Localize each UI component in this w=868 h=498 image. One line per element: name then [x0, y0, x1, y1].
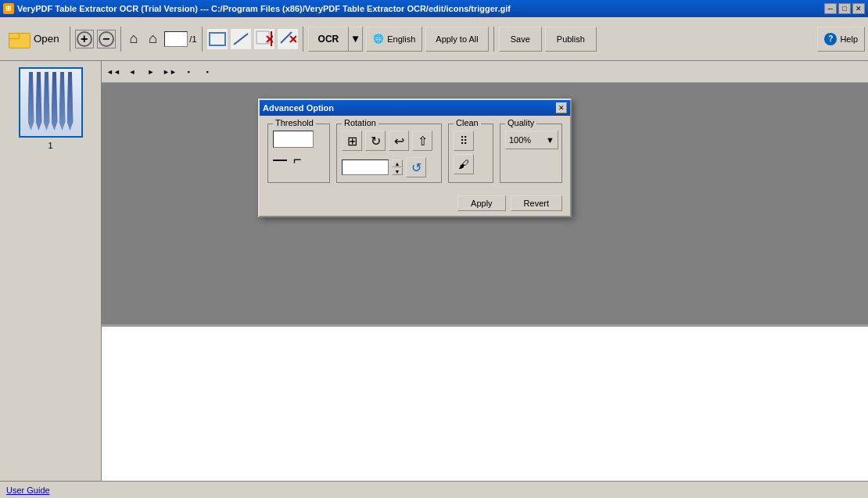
rotate-cw-button[interactable]: ↻ [365, 131, 386, 151]
delete-tool-2[interactable] [278, 29, 298, 49]
apply-to-all-button[interactable]: Apply to All [425, 27, 488, 52]
language-button[interactable]: 🌐 English [366, 27, 422, 52]
dropdown-arrow-icon: ▼ [350, 33, 360, 45]
quality-select[interactable]: 100% ▼ [505, 131, 558, 149]
sec-btn-3[interactable]: ► [142, 64, 160, 80]
apply-button[interactable]: Apply [457, 195, 506, 211]
zoom-in-button[interactable]: + [75, 30, 94, 48]
help-label: Help [840, 34, 858, 44]
line-icon [232, 32, 249, 46]
thumbnail-content [20, 69, 81, 136]
rotate-special-icon: ⇧ [418, 134, 428, 149]
clean-buttons: ⠿ 🖌 [454, 131, 488, 174]
rotation-buttons: ⊞ ↻ ↩ ⇧ [342, 131, 436, 151]
zoom-out-icon: − [99, 31, 114, 47]
rotation-group: Rotation ⊞ ↻ ↩ [336, 124, 442, 183]
ocr-button[interactable]: OCR [308, 27, 350, 52]
forward-icon: ⌂ [149, 30, 157, 47]
dialog-body: Threshold 200 — ⌐ Rotation [260, 116, 570, 191]
publish-button[interactable]: Publish [545, 27, 597, 52]
separator-5 [493, 27, 494, 52]
thumbnail-panel: 1 [0, 61, 102, 481]
reset-rotation-button[interactable]: ↺ [406, 157, 426, 177]
dialog-close-button[interactable]: ✕ [556, 102, 567, 113]
spin-down-button[interactable]: ▼ [392, 167, 403, 175]
sec-btn-5[interactable]: ▪ [180, 64, 197, 80]
maximize-button[interactable]: □ [838, 3, 851, 14]
rotate-flip-button[interactable]: ↩ [389, 131, 409, 151]
sec-btn-6[interactable]: ▪ [199, 64, 216, 80]
clean-paint-button[interactable]: 🖌 [454, 154, 474, 174]
threshold-group-label: Threshold [273, 118, 316, 127]
rotate-ccw90-button[interactable]: ⊞ [342, 131, 362, 151]
separator-3 [202, 27, 203, 52]
quality-dropdown-arrow-icon: ▼ [546, 135, 554, 145]
help-icon: ? [824, 33, 837, 45]
ocr-dropdown-button[interactable]: ▼ [349, 27, 363, 52]
sec-btn-4[interactable]: ►► [161, 64, 178, 80]
sec-btn-2[interactable]: ◄ [124, 64, 141, 80]
threshold-controls: — ⌐ [273, 152, 325, 167]
title-bar-text: VeryPDF Table Extractor OCR (Trial Versi… [17, 4, 511, 13]
revert-button[interactable]: Revert [511, 195, 562, 211]
main-toolbar: Open + − ⌂ ⌂ 1 /1 [0, 17, 868, 61]
forward-button[interactable]: ⌂ [145, 24, 161, 54]
page-input[interactable]: 1 [164, 31, 188, 47]
folder-icon [9, 30, 30, 48]
dialog-overlay: Advanced Option ✕ Threshold 200 — ⌐ [102, 83, 868, 324]
secondary-toolbar: ◄◄ ◄ ► ►► ▪ ▪ [102, 61, 868, 83]
ocr-button-group: OCR ▼ [308, 27, 364, 52]
svg-rect-0 [210, 33, 225, 45]
canvas-area: ◄◄ ◄ ► ►► ▪ ▪ Advanced Option ✕ [102, 61, 868, 481]
thumbnail-item-1[interactable]: 1 [19, 67, 83, 150]
sec-btn-1[interactable]: ◄◄ [105, 64, 122, 80]
clean-group: Clean ⠿ 🖌 [448, 124, 493, 183]
trigger-arrow-1 [28, 72, 34, 131]
rectangle-tool[interactable] [207, 29, 228, 49]
zoom-out-button[interactable]: − [97, 30, 116, 48]
clean-noise-button[interactable]: ⠿ [454, 131, 474, 151]
open-label: Open [34, 33, 59, 45]
clean-noise-icon: ⠿ [460, 134, 468, 147]
threshold-input[interactable]: 200 [273, 131, 314, 148]
home-icon: ⌂ [130, 30, 138, 47]
home-button[interactable]: ⌂ [126, 24, 142, 54]
zoom-in-icon: + [77, 31, 92, 47]
delete-tool-1[interactable] [254, 29, 274, 49]
close-button[interactable]: ✕ [852, 3, 865, 14]
rotate-cw-icon: ↻ [371, 134, 381, 149]
spin-up-button[interactable]: ▲ [392, 159, 403, 167]
page-navigation: 1 /1 [164, 31, 196, 47]
language-label: English [387, 34, 415, 44]
save-button[interactable]: Save [499, 27, 542, 52]
dialog-title: Advanced Option [263, 103, 334, 113]
threshold-minus-icon: — [273, 152, 287, 167]
help-button[interactable]: ? Help [817, 27, 865, 52]
bottom-bar: User Guide [0, 481, 868, 498]
app-icon: ⊞ [3, 3, 14, 14]
rotate-special-button[interactable]: ⇧ [412, 131, 432, 151]
minimize-button[interactable]: ─ [824, 3, 837, 14]
rotation-angle-input[interactable]: 0 [342, 159, 389, 175]
canvas-lower [102, 324, 868, 481]
trigger-arrow-5 [59, 72, 66, 131]
dialog-titlebar: Advanced Option ✕ [260, 100, 570, 116]
threshold-group: Threshold 200 — ⌐ [267, 124, 330, 183]
spin-buttons: ▲ ▼ [392, 159, 403, 175]
clean-group-label: Clean [454, 118, 481, 127]
quality-value: 100% [509, 135, 531, 145]
svg-line-1 [234, 34, 248, 45]
separator-1 [70, 27, 70, 52]
thumbnail-label-1: 1 [48, 141, 52, 150]
advanced-option-dialog: Advanced Option ✕ Threshold 200 — ⌐ [258, 99, 572, 217]
title-bar: ⊞ VeryPDF Table Extractor OCR (Trial Ver… [0, 0, 868, 17]
reset-rotation-icon: ↺ [411, 160, 421, 175]
trigger-arrow-6 [67, 72, 74, 131]
line-tool[interactable] [231, 29, 251, 49]
quality-group-label: Quality [505, 118, 536, 127]
trigger-arrow-4 [52, 72, 58, 131]
open-button[interactable]: Open [3, 24, 65, 54]
red-x-icon-1 [256, 30, 273, 48]
language-flag-icon: 🌐 [373, 34, 384, 44]
user-guide-link[interactable]: User Guide [6, 485, 50, 495]
